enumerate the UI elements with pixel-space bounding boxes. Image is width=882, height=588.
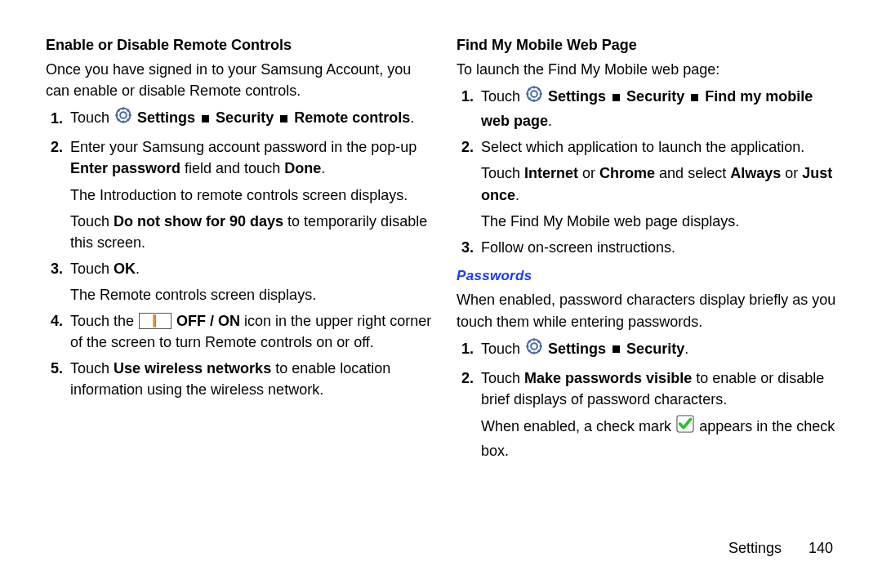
text: Touch Do not show for 90 days to tempora… xyxy=(70,211,432,253)
arrow-icon xyxy=(612,345,620,353)
text: Do not show for 90 days xyxy=(114,213,283,229)
right-step-2: Select which application to launch the a… xyxy=(478,136,843,231)
security-label: Security xyxy=(626,341,684,357)
text: Done xyxy=(284,160,321,176)
text: The Remote controls screen displays. xyxy=(70,284,432,305)
arrow-icon xyxy=(202,115,209,122)
settings-label: Settings xyxy=(548,341,606,357)
text: Touch xyxy=(481,370,524,386)
text: Touch xyxy=(481,165,524,181)
left-step-3: Touch OK. The Remote controls screen dis… xyxy=(67,258,432,305)
text: and select xyxy=(655,165,730,181)
arrow-icon xyxy=(691,94,698,101)
text: Use wireless networks xyxy=(114,360,271,376)
passwords-heading: Passwords xyxy=(457,266,843,287)
text: . xyxy=(515,187,519,203)
text: Make passwords visible xyxy=(524,370,692,386)
footer-section: Settings xyxy=(728,540,782,556)
text: Touch xyxy=(70,110,114,127)
remote-controls-label: Remote controls xyxy=(294,110,410,127)
arrow-icon xyxy=(280,115,287,122)
text: Touch xyxy=(70,261,114,277)
text: Enter password xyxy=(70,160,180,176)
passwords-step-1: Touch Settings Security. xyxy=(478,337,843,363)
footer-page-number: 140 xyxy=(808,540,833,556)
checkmark-icon xyxy=(676,415,694,439)
right-step-3: Follow on-screen instructions. xyxy=(478,237,843,258)
left-column: Enable or Disable Remote Controls Once y… xyxy=(46,34,432,468)
text: Always xyxy=(730,165,781,181)
text: Enter your Samsung account password in t… xyxy=(70,139,416,155)
page: Enable or Disable Remote Controls Once y… xyxy=(0,0,882,588)
left-intro: Once you have signed in to your Samsung … xyxy=(46,59,432,101)
text: . xyxy=(136,261,140,277)
toggle-icon xyxy=(139,313,172,329)
right-title: Find My Mobile Web Page xyxy=(457,34,843,56)
settings-label: Settings xyxy=(137,110,195,127)
text: Chrome xyxy=(599,165,655,181)
text: . xyxy=(684,341,688,357)
text: Touch xyxy=(70,213,114,229)
security-label: Security xyxy=(626,88,684,105)
footer: Settings 140 xyxy=(728,537,833,559)
text: Touch Internet or Chrome and select Alwa… xyxy=(481,163,843,205)
text: The Find My Mobile web page displays. xyxy=(481,211,843,232)
passwords-list: Touch Settings Security. Touch Make pass… xyxy=(457,337,843,461)
text: The Introduction to remote controls scre… xyxy=(70,185,432,206)
left-list: Touch Settings Security Remote controls.… xyxy=(46,106,432,400)
right-intro: To launch the Find My Mobile web page: xyxy=(457,59,843,80)
passwords-step-2: Touch Make passwords visible to enable o… xyxy=(478,368,843,461)
right-step-1: Touch Settings Security Find my mobile w… xyxy=(478,85,843,131)
settings-icon xyxy=(114,106,132,130)
right-list: Touch Settings Security Find my mobile w… xyxy=(457,85,843,258)
settings-icon xyxy=(525,85,543,109)
text: Internet xyxy=(524,165,578,181)
text: or xyxy=(781,165,802,181)
text: When enabled, a check mark xyxy=(481,418,675,434)
text: . xyxy=(548,113,552,129)
text: When enabled, a check mark appears in th… xyxy=(481,415,843,461)
text: . xyxy=(321,160,325,176)
passwords-intro: When enabled, password characters displa… xyxy=(457,289,843,332)
settings-label: Settings xyxy=(548,88,606,105)
text: OK xyxy=(114,261,136,277)
settings-icon xyxy=(525,337,543,361)
text: OFF / ON xyxy=(176,313,240,329)
text: . xyxy=(410,110,414,127)
right-column: Find My Mobile Web Page To launch the Fi… xyxy=(457,34,843,468)
left-title: Enable or Disable Remote Controls xyxy=(46,34,432,56)
left-step-1: Touch Settings Security Remote controls. xyxy=(67,106,432,131)
text: Select which application to launch the a… xyxy=(481,139,804,155)
left-step-4: Touch the OFF / ON icon in the upper rig… xyxy=(67,310,432,353)
text: Touch xyxy=(70,360,114,376)
text: field and touch xyxy=(180,160,284,176)
security-label: Security xyxy=(216,110,274,127)
left-step-2: Enter your Samsung account password in t… xyxy=(67,136,432,252)
text: Touch xyxy=(481,341,524,357)
left-step-5: Touch Use wireless networks to enable lo… xyxy=(67,358,432,400)
arrow-icon xyxy=(612,94,620,101)
text: or xyxy=(578,165,599,181)
text: Touch xyxy=(481,88,524,105)
text: Touch the xyxy=(70,313,138,329)
